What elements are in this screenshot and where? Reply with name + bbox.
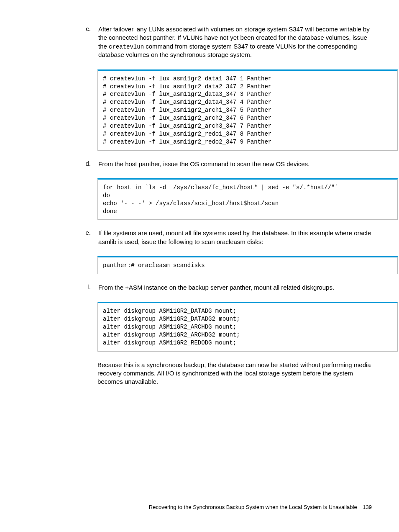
page-content: c. After failover, any LUNs associated w… [0,0,399,386]
step-marker: d. [82,160,91,167]
step-marker: e. [82,229,91,236]
footer-title: Recovering to the Synchronous Backup Sys… [149,504,357,510]
step-text: If file systems are used, mount all file… [98,229,372,249]
step-c: c. After failover, any LUNs associated w… [27,25,372,62]
code-block-c: # createvlun -f lux_asm11gr2_data1_347 1… [97,69,398,151]
code-block-e: panther:# oracleasm scandisks [97,256,398,274]
code-block-d: for host in `ls -d /sys/class/fc_host/ho… [97,178,398,220]
step-f-followup: Because this is a synchronous backup, th… [97,361,372,386]
step-text: From the +ASM instance on the backup ser… [98,283,372,294]
ordered-list: c. After failover, any LUNs associated w… [27,25,372,386]
step-text: From the host panther, issue the OS comm… [98,160,372,171]
page-number: 139 [363,504,372,510]
step-d: d. From the host panther, issue the OS c… [27,160,372,171]
step-marker: c. [82,25,91,32]
step-marker: f. [82,283,91,290]
step-e: e. If file systems are used, mount all f… [27,229,372,249]
page-footer: Recovering to the Synchronous Backup Sys… [149,504,372,510]
inline-code: createvlun [109,44,144,50]
step-text: After failover, any LUNs associated with… [98,25,372,62]
step-f: f. From the +ASM instance on the backup … [27,283,372,294]
code-block-f: alter diskgroup ASM11GR2_DATADG mount; a… [97,302,398,351]
